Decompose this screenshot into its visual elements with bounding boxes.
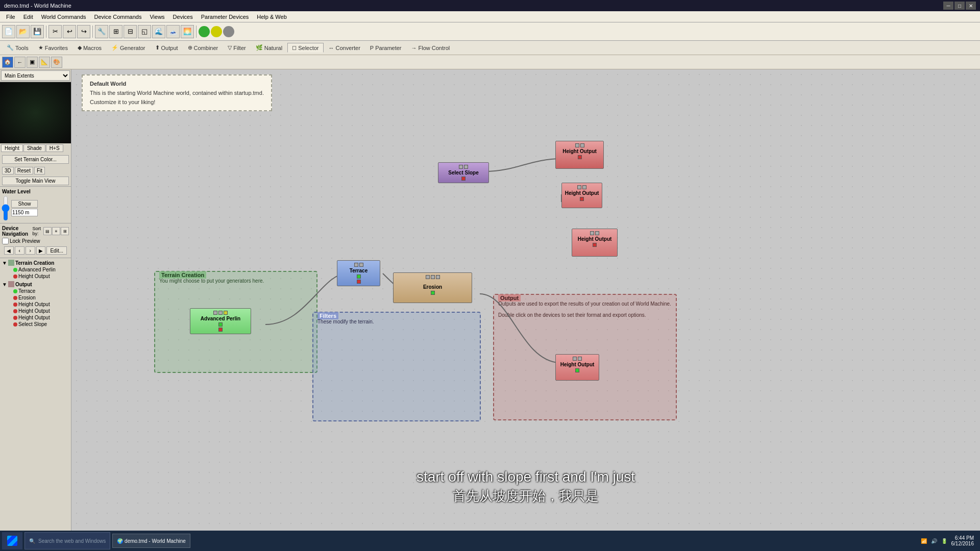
tab-combiner[interactable]: ⊕ Combiner (183, 43, 223, 53)
toolbar-new[interactable]: 📄 (2, 25, 15, 38)
icon-home[interactable]: 🏠 (2, 57, 13, 68)
view-tab-shade[interactable]: Shade (23, 144, 45, 152)
node-ss-ports-top (459, 165, 468, 169)
toolbar-circle-gray[interactable] (223, 26, 234, 37)
tab-output[interactable]: ⬆ Output (151, 43, 183, 53)
icon-measure[interactable]: 📐 (39, 57, 50, 68)
menu-edit[interactable]: Edit (19, 13, 37, 21)
favorites-icon: ★ (38, 44, 43, 51)
nav-prev-button[interactable]: ◀ (4, 246, 14, 255)
node-height-output-output[interactable]: Height Output (555, 354, 599, 381)
nav-next-small-button[interactable]: › (26, 246, 35, 255)
menu-world-commands[interactable]: World Commands (37, 13, 90, 21)
menu-help[interactable]: Help & Web (253, 13, 291, 21)
nav-prev-small-button[interactable]: ‹ (15, 246, 24, 255)
minimize-button[interactable]: ─ (943, 2, 953, 10)
tree-item-height-output-3[interactable]: Height Output (1, 314, 70, 321)
menu-file[interactable]: File (2, 13, 19, 21)
port-ho1-top (575, 143, 579, 147)
sort-icon-1[interactable]: ▤ (43, 227, 52, 235)
tree-item-advanced-perlin[interactable]: Advanced Perlin (1, 266, 70, 273)
tree-item-erosion[interactable]: Erosion (1, 294, 70, 301)
toolbar-save[interactable]: 💾 (31, 25, 44, 38)
sort-icon-2[interactable]: ≡ (52, 227, 60, 235)
view-tab-height[interactable]: Height (1, 144, 23, 152)
tab-favorites[interactable]: ★ Favorites (34, 43, 72, 53)
tree-group-terrain-header[interactable]: ▼ Terrain Creation (1, 259, 70, 266)
toolbar-view3[interactable]: ◱ (138, 25, 151, 38)
water-show-button[interactable]: Show (11, 200, 38, 208)
tab-filter[interactable]: ▽ Filter (223, 43, 250, 53)
node-advanced-perlin[interactable]: Advanced Perlin (190, 308, 251, 334)
menu-devices[interactable]: Devices (169, 13, 197, 21)
toolbar-view5[interactable]: 🗻 (166, 25, 180, 38)
tab-parameter[interactable]: P Parameter (365, 43, 406, 53)
port-hoo-top-2 (578, 357, 582, 361)
toolbar-circle-yellow[interactable] (211, 26, 222, 37)
toolbar-cut[interactable]: ✂ (48, 25, 62, 38)
group-icon-output (8, 281, 14, 287)
view-fit-button[interactable]: Fit (34, 167, 45, 174)
menu-device-commands[interactable]: Device Commands (90, 13, 146, 21)
erosion-icon (13, 296, 17, 300)
view-tab-hs[interactable]: H+S (46, 144, 63, 152)
tree-item-height-output-2[interactable]: Height Output (1, 308, 70, 314)
tree-group-output-header[interactable]: ▼ Output (1, 281, 70, 288)
node-erosion[interactable]: Erosion (393, 272, 472, 303)
tree-item-height-output-tc[interactable]: Height Output (1, 273, 70, 280)
tree-item-height-output-1[interactable]: Height Output (1, 301, 70, 308)
tab-generator[interactable]: ⚡ Generator (107, 43, 150, 53)
node-height-output-1[interactable]: Height Output (555, 141, 604, 169)
lock-preview-checkbox[interactable] (2, 238, 9, 244)
toolbar-circle-green[interactable] (199, 26, 210, 37)
icon-back[interactable]: ← (14, 57, 26, 68)
extent-selector[interactable]: Main Extents (1, 70, 70, 81)
node-height-output-2[interactable]: Height Output (561, 183, 602, 208)
icon-paint[interactable]: 🎨 (51, 57, 62, 68)
tab-selector[interactable]: ◻ Selector (287, 43, 323, 53)
toolbar-undo[interactable]: ↩ (63, 25, 76, 38)
maximize-button[interactable]: □ (954, 2, 965, 10)
device-navigation-section: Device Navigation Sort by: ▤ ≡ ⊞ Lock Pr… (0, 223, 71, 258)
icon-grid[interactable]: ▣ (27, 57, 38, 68)
set-terrain-color-button[interactable]: Set Terrain Color... (2, 155, 69, 164)
default-world-line2: Customize it to your liking! (90, 99, 264, 105)
tab-natural[interactable]: 🌿 Natural (251, 43, 287, 53)
tree-item-terrace[interactable]: Terrace (1, 288, 70, 294)
tree-item-select-slope[interactable]: Select Slope (1, 321, 70, 328)
toolbar-view2[interactable]: ⊟ (124, 25, 137, 38)
water-level-input[interactable] (11, 209, 38, 216)
toolbar-view6[interactable]: 🌅 (181, 25, 194, 38)
toolbar-view1[interactable]: ⊞ (109, 25, 122, 38)
edit-button[interactable]: Edit... (46, 246, 67, 255)
terrace-icon (13, 289, 17, 293)
generator-icon: ⚡ (111, 44, 118, 51)
canvas-area[interactable]: Default World This is the starting World… (71, 69, 980, 536)
close-button[interactable]: ✕ (966, 2, 976, 10)
toolbar-redo[interactable]: ↪ (77, 25, 90, 38)
view-reset-button[interactable]: Reset (15, 167, 33, 174)
menu-parameter-devices[interactable]: Parameter Devices (197, 13, 253, 21)
start-button[interactable] (2, 532, 22, 549)
menu-views[interactable]: Views (145, 13, 168, 21)
tab-flow-control[interactable]: → Flow Control (407, 43, 455, 53)
port-ss-top-2 (464, 165, 468, 169)
sort-icon-3[interactable]: ⊞ (61, 227, 69, 235)
toggle-main-view-button[interactable]: Toggle Main View (2, 177, 69, 185)
tab-converter[interactable]: ↔ Converter (324, 43, 365, 53)
toolbar-settings[interactable]: 🔧 (95, 25, 108, 38)
toolbar-open[interactable]: 📂 (16, 25, 30, 38)
toolbar-sep-1 (46, 26, 46, 38)
node-terrace[interactable]: Terrace (337, 260, 380, 286)
node-select-slope[interactable]: Select Slope (438, 162, 489, 183)
view-3d-button[interactable]: 3D (2, 167, 14, 174)
taskbar-wm[interactable]: 🌍 demo.tmd - World Machine (112, 534, 190, 548)
toolbar-view4[interactable]: 🌊 (152, 25, 165, 38)
water-level-slider[interactable] (2, 195, 9, 221)
search-bar[interactable]: 🔍 Search the web and Windows (24, 532, 110, 549)
tab-tools[interactable]: 🔧 Tools (2, 43, 33, 53)
nav-next-button[interactable]: ▶ (36, 246, 46, 255)
node-hoo-ports-top (573, 357, 582, 361)
tab-macros[interactable]: ◆ Macros (73, 43, 106, 53)
node-height-output-3[interactable]: Height Output (572, 229, 618, 257)
